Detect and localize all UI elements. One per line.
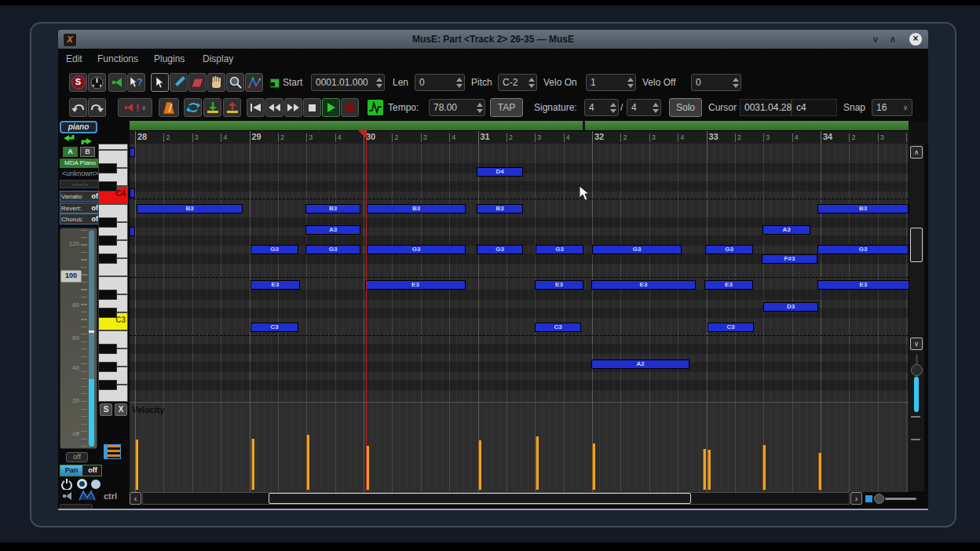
record-enable-icon[interactable] [77,479,87,489]
menu-edit[interactable]: Edit [63,49,86,69]
eraser-tool-button[interactable] [188,73,207,92]
midi-note-C3[interactable]: C3 [535,323,581,332]
signature-denominator-spinbox[interactable]: 4 [627,99,661,116]
bank-a-button[interactable]: A [63,147,78,157]
piano-key-C#3[interactable] [98,308,117,318]
velocity-bar[interactable] [762,445,766,490]
mute-dot-icon[interactable] [91,480,101,489]
midi-note-E3[interactable]: E3 [250,280,300,290]
solo-indicator-button[interactable]: S [69,73,87,92]
variation-control[interactable]: Variatio off [60,191,102,202]
velo-on-spinbox[interactable]: 1 [586,74,636,91]
midi-note-B3[interactable]: B3 [305,204,360,213]
metronome-button[interactable] [159,98,179,117]
midi-note-G3[interactable]: G3 [817,245,909,254]
piano-key-F#3[interactable] [98,254,117,264]
hzoom-slider-track[interactable] [885,498,916,500]
spinner-arrows[interactable] [730,75,740,90]
scroll-up-button[interactable]: ∧ [910,146,923,159]
midi-note-A3[interactable]: A3 [762,225,810,235]
hzoom-slider-knob[interactable] [874,494,884,504]
part-name-tab[interactable]: piano [60,121,97,133]
volume-meter[interactable]: 12010080604020off 100 [60,228,97,449]
midi-note-B3[interactable]: B3 [137,204,243,213]
hscroll-left-button[interactable]: ‹ [130,492,141,505]
undo-button[interactable] [69,98,87,117]
zoom-tool-button[interactable] [226,73,244,92]
bank-b-button[interactable]: B [80,147,95,157]
piano-key-G#3[interactable] [98,235,117,246]
monitor-speaker-button[interactable] [63,491,74,501]
velocity-lane[interactable]: Velocity [130,402,909,492]
piano-key-A#2[interactable] [98,344,117,354]
piano-key-D#4[interactable] [98,163,117,173]
midi-note-E3[interactable]: E3 [535,280,583,290]
velocity-bar[interactable] [708,450,711,490]
window-maximize-button[interactable]: ∧ [884,30,901,49]
menu-display[interactable]: Display [199,49,236,69]
window-shade-button[interactable]: ∨ [867,30,884,49]
step-record-icon[interactable] [270,78,280,88]
velocity-bar[interactable] [536,436,539,490]
piano-key-A#3[interactable] [98,217,117,228]
loop-range-bar[interactable] [130,121,909,130]
volume-slider-track[interactable] [89,230,94,447]
midi-note-B3[interactable]: B3 [817,204,909,213]
midi-note-B3[interactable]: B3 [367,204,466,213]
velocity-bar[interactable] [703,449,706,490]
timeline-ruler[interactable]: 28234292343023431234322343323434234 [130,121,909,144]
record-button[interactable] [341,98,359,117]
play-button[interactable] [322,98,340,117]
scroll-down-button[interactable]: ∨ [910,338,923,350]
solo-button[interactable]: Solo [669,98,702,117]
midi-note-G3[interactable]: G3 [536,245,583,254]
spinner-arrows[interactable] [608,100,618,115]
signature-numerator-spinbox[interactable]: 4 [584,99,619,116]
tap-button[interactable]: TAP [490,98,523,117]
piano-keyboard[interactable]: C4C3 [98,144,128,402]
bar-numbers-row[interactable]: 28234292343023431234322343323434234 [130,130,909,144]
ctrl-x-button[interactable]: X [115,403,127,416]
midi-note-E3[interactable]: E3 [704,280,753,290]
spinner-arrows[interactable] [625,75,635,90]
spinner-arrows[interactable] [454,75,464,90]
pan-control[interactable]: Pan off [60,465,102,476]
prev-part-button[interactable] [63,134,77,146]
pencil-tool-button[interactable] [170,73,188,92]
hscroll-right-button[interactable]: › [850,492,862,505]
volume-off-button[interactable]: off [66,452,88,462]
patch-name[interactable]: MDA Piano [60,159,101,168]
hscroll-thumb[interactable] [269,493,691,504]
reverb-control[interactable]: Revert: off [60,203,102,213]
piano-key-C#4[interactable] [98,181,117,192]
midi-note-G3[interactable]: G3 [367,245,466,254]
punch-in-button[interactable] [203,98,221,117]
spinner-arrows[interactable] [474,100,485,115]
midi-note-G3[interactable]: G3 [592,245,682,254]
spinner-arrows[interactable] [650,100,660,115]
punch-out-button[interactable] [223,98,241,117]
controller-select-icon[interactable] [104,444,121,459]
velocity-bar[interactable] [478,440,481,490]
vzoom-slider-knob[interactable] [911,364,923,376]
midi-thru-button[interactable] [88,73,106,92]
menu-plugins[interactable]: Plugins [151,49,188,69]
pan-tool-button[interactable] [207,73,225,92]
volume-slider-handle[interactable]: 100 [60,270,82,283]
vertical-scroll-thumb[interactable] [910,228,923,262]
midi-note-partial[interactable] [130,227,135,236]
piano-key-F#2[interactable] [98,380,117,390]
velocity-bar[interactable] [592,443,595,490]
panic-button[interactable]: ! ∨ [118,98,152,117]
draw-function-tool-button[interactable] [245,73,263,92]
window-close-button[interactable]: × [909,33,922,46]
midi-note-partial[interactable] [130,148,135,157]
midi-note-partial[interactable] [130,188,135,198]
next-part-button[interactable] [80,134,94,146]
stop-button[interactable] [303,98,321,117]
midi-note-B3[interactable]: B3 [477,204,523,213]
spinner-arrows[interactable] [526,75,536,90]
velo-off-spinbox[interactable]: 0 [691,74,741,91]
midi-note-G3[interactable]: G3 [250,245,298,254]
spinner-arrows[interactable] [374,75,384,90]
